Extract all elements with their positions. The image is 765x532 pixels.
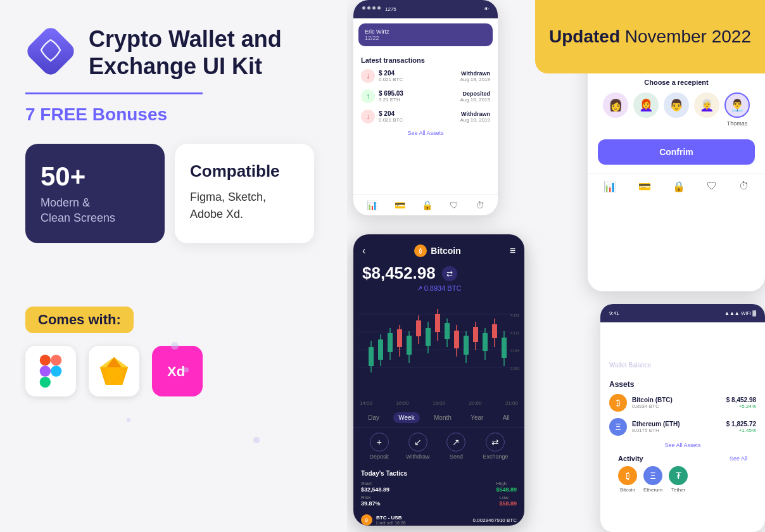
dot4	[127, 418, 130, 422]
btc-name: Bitcoin	[431, 246, 460, 256]
tab-day[interactable]: Day	[363, 412, 384, 423]
tactics-section: Today's Tactics Start $32,548.89 High $5…	[353, 465, 524, 512]
screen-label: Modern &Clean Screens	[41, 196, 149, 225]
home-status-time: 9:41	[609, 310, 619, 316]
btc-coin-icon: ₿	[609, 394, 627, 412]
btc-avatar: ₿	[618, 466, 637, 485]
period-tabs: Day Week Month Year All	[353, 408, 524, 427]
action-deposit[interactable]: + Deposit	[369, 433, 389, 460]
logo-area: Crypto Wallet and Exchange UI Kit	[25, 25, 342, 80]
x-label-1: 14:00	[360, 400, 372, 406]
tab-all[interactable]: All	[498, 412, 515, 423]
xd-icon: Xd	[152, 346, 203, 396]
nav-lock-icon[interactable]: 🔒	[422, 200, 433, 210]
left-section: Crypto Wallet and Exchange UI Kit 7 FREE…	[0, 0, 367, 532]
svg-rect-37	[454, 331, 459, 348]
btc-coin-icon: ₿	[414, 244, 427, 257]
home-menu[interactable]: ≡	[750, 327, 756, 339]
tab-year[interactable]: Year	[465, 412, 488, 423]
btc-usb-amount: 0.0028467910 BTC	[473, 517, 517, 523]
svg-rect-33	[435, 314, 440, 332]
avatar-2[interactable]: 👩‍🦰	[633, 92, 659, 118]
tx-row: ↑ $ 695.03 3.21 ETH Deposited Aug 16, 20…	[361, 89, 490, 103]
send-nav-4[interactable]: 🛡	[707, 180, 717, 193]
home-back[interactable]: ‹	[609, 327, 612, 339]
compatible-text: Figma, Sketch,Adobe Xd.	[190, 189, 299, 223]
dot3	[253, 437, 260, 443]
svg-rect-31	[426, 328, 431, 346]
updated-text: Updated November 2022	[549, 27, 751, 47]
send-nav-1[interactable]: 📊	[604, 180, 616, 193]
asset-btc: ₿ Bitcoin (BTC) 0.8934 BTC $ 8,452.98 +5…	[609, 394, 756, 412]
updated-badge: Updated November 2022	[535, 0, 765, 73]
x-label-4: 20:00	[469, 400, 481, 406]
logo	[25, 26, 76, 79]
svg-rect-0	[25, 26, 76, 77]
svg-marker-10	[100, 367, 106, 385]
nav-shield-icon[interactable]: 🛡	[450, 200, 458, 210]
send-nav-2[interactable]: 💳	[638, 180, 651, 193]
svg-text:3,990.21: 3,990.21	[510, 367, 519, 370]
activity-eth: Ξ Etherum	[643, 466, 662, 493]
svg-rect-35	[445, 323, 450, 339]
svg-rect-21	[378, 339, 383, 360]
action-withdraw[interactable]: ↙ Withdraw	[406, 433, 430, 460]
compatible-card: Compatible Figma, Sketch,Adobe Xd.	[175, 144, 314, 243]
send-nav-5[interactable]: ⏱	[739, 180, 749, 193]
card-number: 1275	[385, 6, 396, 12]
btc-menu-icon[interactable]: ≡	[510, 245, 515, 256]
x-label-2: 16:00	[396, 400, 408, 406]
nav-chart-icon[interactable]: 📊	[367, 200, 377, 210]
nav-clock-icon[interactable]: ⏱	[476, 200, 484, 210]
eth-avatar: Ξ	[643, 466, 662, 485]
assets-title: Assets	[609, 380, 756, 389]
avatars-row: 👩 👩‍🦰 👨 👩‍🦳	[598, 92, 755, 127]
tx-icon-up: ↑	[361, 89, 375, 103]
tactics-title: Today's Tactics	[361, 470, 517, 477]
see-all-link[interactable]: See All Assets	[361, 130, 490, 136]
x-label-5: 21:00	[505, 400, 518, 406]
svg-rect-1	[40, 355, 51, 365]
svg-text:4,055.16: 4,055.16	[510, 349, 519, 353]
screen-count: 50+	[41, 162, 149, 192]
card-holder: Eric Wirtz	[365, 28, 389, 35]
svg-rect-19	[369, 347, 374, 366]
tab-week[interactable]: Week	[393, 412, 419, 423]
bonuses-text: 7 FREE Bonuses	[25, 104, 342, 125]
see-all-assets[interactable]: See All Assets	[609, 442, 756, 448]
send-nav-3[interactable]: 🔒	[673, 180, 685, 193]
btc-back-button[interactable]: ‹	[362, 245, 365, 256]
tx-icon-down: ↓	[361, 69, 375, 83]
btc-usb-label: BTC - USB	[376, 515, 406, 521]
transactions-title: Latest transactions	[361, 56, 490, 64]
svg-rect-39	[464, 336, 469, 355]
svg-rect-43	[483, 333, 488, 351]
action-exchange[interactable]: ⇄ Exchange	[483, 433, 508, 460]
right-section: Updated November 2022 1275 👁 Eric Wirtz …	[347, 0, 765, 532]
activity-see-all[interactable]: See All	[730, 455, 747, 462]
home-balance: $24,825.90	[600, 344, 765, 362]
avatar-thomas[interactable]: 👨‍💼	[724, 92, 750, 118]
avatar-3[interactable]: 👨	[664, 92, 689, 118]
send-bottom-nav: 📊 💳 🔒 🛡 ⏱	[588, 174, 765, 199]
action-send[interactable]: ↗ Send	[446, 433, 465, 460]
eth-coin-icon: Ξ	[609, 418, 627, 436]
svg-rect-2	[51, 355, 61, 365]
comes-with-badge: Comes with:	[25, 307, 134, 333]
btc-usb-limit: Limit sell 16:58	[376, 521, 406, 525]
avatar-1[interactable]: 👩	[603, 92, 628, 118]
compatible-title: Compatible	[190, 162, 299, 181]
x-label-3: 18:00	[433, 400, 445, 406]
nav-wallet-icon[interactable]: 💳	[395, 200, 405, 210]
svg-rect-3	[40, 365, 51, 376]
chart-area: 4,185.54 4,120.48 4,055.16 3,990.21	[353, 296, 524, 398]
home-title: Home	[667, 327, 695, 339]
svg-text:4,185.54: 4,185.54	[510, 314, 519, 317]
confirm-button[interactable]: Confrim	[598, 139, 755, 165]
exchange-icon[interactable]: ⇄	[442, 266, 457, 281]
svg-rect-41	[473, 327, 478, 342]
svg-rect-45	[492, 324, 497, 338]
avatar-4[interactable]: 👩‍🦳	[694, 92, 719, 118]
tab-month[interactable]: Month	[429, 412, 457, 423]
title-block: Crypto Wallet and Exchange UI Kit	[89, 25, 282, 80]
